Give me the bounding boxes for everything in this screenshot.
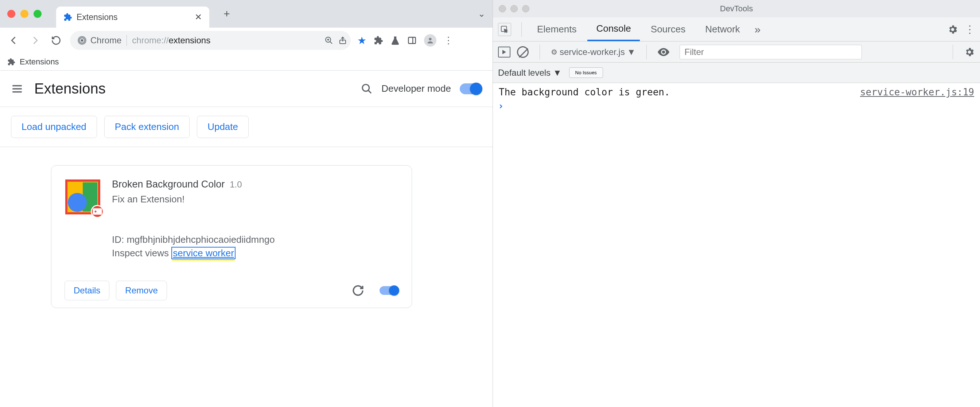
svg-point-7	[363, 84, 369, 91]
tab-strip: Extensions ✕ + ⌄	[0, 0, 493, 28]
id-label: ID:	[112, 234, 127, 245]
kebab-menu-icon[interactable]: ⋮	[444, 35, 453, 46]
details-button[interactable]: Details	[65, 281, 110, 300]
clear-console-icon[interactable]	[517, 46, 529, 58]
extensions-header: Extensions Developer mode	[0, 71, 493, 107]
settings-gear-icon[interactable]	[947, 24, 958, 35]
omnibox-url: chrome://extensions	[132, 35, 210, 46]
inspect-element-icon[interactable]	[498, 23, 511, 36]
divider	[521, 22, 522, 37]
forward-button[interactable]	[28, 33, 42, 48]
log-levels-dropdown[interactable]: Default levels ▼	[498, 68, 562, 78]
new-tab-button[interactable]: +	[220, 7, 233, 21]
extension-enable-toggle[interactable]	[380, 286, 398, 295]
inspect-views-row: Inspect views service worker	[112, 247, 275, 259]
labs-flask-icon[interactable]	[390, 36, 400, 45]
console-settings-gear-icon[interactable]	[964, 47, 975, 57]
address-bar[interactable]: Chrome chrome://extensions	[70, 31, 351, 50]
back-button[interactable]	[6, 33, 21, 48]
developer-mode-toggle[interactable]	[460, 83, 482, 94]
minimize-window-icon[interactable]	[511, 5, 518, 13]
menu-icon[interactable]	[11, 82, 23, 95]
fullscreen-window-icon[interactable]	[33, 10, 41, 18]
extension-id: ID: mgfbhjnibhjdehcphiocaoiediidmngo	[112, 234, 275, 245]
extension-puzzle-icon	[64, 13, 72, 22]
console-output: The background color is green. service-w…	[493, 83, 980, 115]
update-button[interactable]: Update	[197, 116, 249, 138]
browser-tab[interactable]: Extensions ✕	[56, 6, 209, 28]
fullscreen-window-icon[interactable]	[522, 5, 530, 13]
pack-extension-button[interactable]: Pack extension	[104, 116, 189, 138]
tab-sources[interactable]: Sources	[642, 17, 694, 41]
extension-card: Broken Background Color 1.0 Fix an Exten…	[51, 165, 412, 308]
id-value: mgfbhjnibhjdehcphiocaoiediidmngo	[127, 234, 275, 245]
devtools-window-controls	[499, 5, 530, 13]
svg-rect-11	[93, 208, 102, 215]
svg-rect-5	[408, 37, 415, 43]
devtools-title: DevTools	[720, 4, 753, 13]
load-unpacked-button[interactable]: Load unpacked	[11, 116, 97, 138]
devtools-tab-bar: Elements Console Sources Network » ⋮	[493, 17, 980, 41]
unpacked-badge-icon	[91, 205, 104, 218]
extension-name: Broken Background Color	[112, 179, 224, 190]
svg-point-2	[81, 39, 83, 42]
side-panel-icon[interactable]	[407, 36, 417, 45]
svg-point-14	[662, 51, 665, 54]
toolbar-icons: ★ ⋮	[357, 34, 453, 47]
issues-button[interactable]: No Issues	[569, 67, 603, 78]
profile-avatar-icon[interactable]	[424, 34, 436, 47]
url-scheme: chrome://	[132, 35, 169, 45]
filter-input[interactable]	[679, 45, 862, 59]
extensions-toolbar-icon[interactable]	[374, 36, 383, 45]
context-selector[interactable]: ⚙ service-worker.js ▼	[551, 47, 635, 57]
bookmark-item[interactable]: Extensions	[20, 57, 59, 67]
svg-point-6	[429, 38, 431, 40]
levels-label: Default levels	[498, 68, 550, 78]
chrome-logo-icon	[77, 36, 87, 45]
chevron-down-icon: ▼	[553, 68, 562, 78]
extension-info: Broken Background Color 1.0 Fix an Exten…	[112, 179, 275, 259]
tabs-overflow-icon[interactable]: »	[755, 23, 761, 36]
developer-mode-label: Developer mode	[381, 83, 451, 94]
divider	[539, 45, 540, 59]
reload-extension-icon[interactable]	[352, 284, 364, 297]
log-message: The background color is green.	[499, 87, 670, 98]
live-expression-eye-icon[interactable]	[658, 48, 670, 56]
minimize-window-icon[interactable]	[21, 10, 29, 18]
remove-button[interactable]: Remove	[116, 281, 167, 300]
divider	[646, 45, 647, 59]
service-worker-link[interactable]: service worker	[171, 247, 235, 259]
tab-console[interactable]: Console	[587, 17, 640, 41]
share-icon[interactable]	[338, 36, 347, 45]
toggle-drawer-icon[interactable]	[498, 47, 511, 57]
page-title: Extensions	[34, 81, 106, 97]
gear-icon: ⚙	[551, 48, 557, 56]
zoom-icon[interactable]	[325, 36, 333, 45]
extension-app-icon	[65, 179, 101, 215]
console-prompt-icon[interactable]: ›	[493, 99, 980, 113]
window-controls	[7, 10, 41, 18]
omnibox-chip-text: Chrome	[91, 35, 121, 46]
url-path: extensions	[169, 35, 210, 45]
tab-title: Extensions	[76, 13, 118, 22]
extension-description: Fix an Extension!	[112, 194, 275, 205]
tab-network[interactable]: Network	[696, 17, 748, 41]
tabs-dropdown-icon[interactable]: ⌄	[478, 9, 485, 19]
console-subtoolbar: Default levels ▼ No Issues	[493, 63, 980, 83]
close-tab-icon[interactable]: ✕	[195, 12, 202, 22]
tab-elements[interactable]: Elements	[528, 17, 585, 41]
divider	[953, 45, 953, 59]
close-window-icon[interactable]	[499, 5, 506, 13]
browser-toolbar: Chrome chrome://extensions ★	[0, 28, 493, 53]
kebab-menu-icon[interactable]: ⋮	[965, 23, 975, 35]
log-source-link[interactable]: service-worker.js:19	[860, 87, 974, 98]
bookmarks-bar: Extensions	[0, 53, 493, 71]
bookmark-star-icon[interactable]: ★	[357, 35, 366, 47]
close-window-icon[interactable]	[7, 10, 15, 18]
search-icon[interactable]	[361, 83, 372, 95]
dev-buttons-row: Load unpacked Pack extension Update	[0, 107, 493, 147]
svg-point-10	[68, 193, 87, 212]
reload-button[interactable]	[49, 33, 64, 48]
chevron-down-icon: ▼	[627, 47, 636, 57]
extension-puzzle-icon	[7, 58, 15, 66]
